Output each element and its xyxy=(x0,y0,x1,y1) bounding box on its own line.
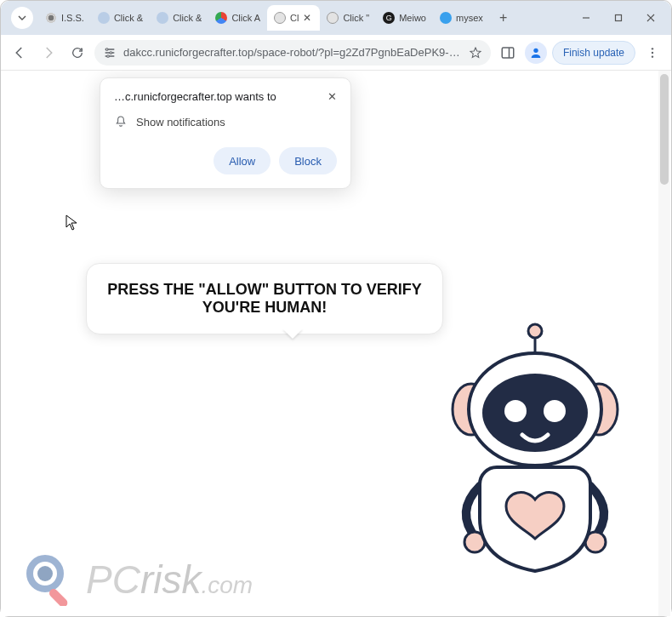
forward-button[interactable] xyxy=(37,41,60,65)
svg-rect-1 xyxy=(616,15,622,21)
svg-point-5 xyxy=(110,51,112,54)
back-button[interactable] xyxy=(8,41,31,65)
robot-illustration xyxy=(437,317,633,581)
favicon-icon: G xyxy=(383,12,395,24)
svg-point-20 xyxy=(544,400,566,422)
url-text: dakcc.runicforgecrafter.top/space-robot/… xyxy=(123,46,462,59)
tab-2[interactable]: Click & xyxy=(150,5,208,31)
favicon-icon xyxy=(440,12,452,24)
svg-rect-25 xyxy=(48,587,69,606)
profile-avatar[interactable] xyxy=(525,42,547,64)
tab-3[interactable]: Click A xyxy=(208,5,267,31)
svg-point-10 xyxy=(652,48,653,49)
tab-label: I.S.S. xyxy=(61,13,84,23)
brand-pc: PC xyxy=(86,557,140,602)
svg-point-6 xyxy=(107,54,110,57)
browser-window: I.S.S. Click & Click & Click A Cl ✕ Clic… xyxy=(0,0,672,617)
block-button[interactable]: Block xyxy=(279,147,337,174)
magnifier-icon xyxy=(25,553,77,606)
svg-point-19 xyxy=(504,400,527,422)
cursor-icon xyxy=(65,214,79,231)
notification-permission-dialog: …c.runicforgecrafter.top wants to ✕ Show… xyxy=(100,77,351,189)
tab-label: Click & xyxy=(173,13,202,23)
close-window-button[interactable] xyxy=(635,6,666,30)
tab-7[interactable]: mysex xyxy=(433,5,490,31)
favicon-icon xyxy=(45,12,57,24)
toolbar: dakcc.runicforgecrafter.top/space-robot/… xyxy=(1,35,671,71)
site-info-icon[interactable] xyxy=(103,46,117,60)
svg-point-13 xyxy=(528,324,542,338)
tab-5[interactable]: Click " xyxy=(320,5,376,31)
svg-point-4 xyxy=(105,48,108,50)
finish-update-button[interactable]: Finish update xyxy=(552,41,635,65)
notification-close-icon[interactable]: ✕ xyxy=(327,90,337,103)
tab-4-active[interactable]: Cl ✕ xyxy=(267,5,320,31)
page-viewport: …c.runicforgecrafter.top wants to ✕ Show… xyxy=(1,71,671,616)
tab-1[interactable]: Click & xyxy=(91,5,150,31)
favicon-icon xyxy=(274,12,286,24)
vertical-scrollbar[interactable] xyxy=(658,71,670,616)
favicon-icon xyxy=(98,12,110,24)
brand-risk: risk xyxy=(140,557,202,602)
notification-line-text: Show notifications xyxy=(136,116,225,129)
minimize-button[interactable] xyxy=(571,6,601,30)
tab-label: Cl xyxy=(290,13,299,23)
side-panel-icon[interactable] xyxy=(496,41,520,65)
tab-0[interactable]: I.S.S. xyxy=(38,5,91,31)
window-controls xyxy=(571,1,666,35)
svg-point-24 xyxy=(37,566,53,581)
reload-button[interactable] xyxy=(65,41,89,65)
tab-label: Click " xyxy=(343,13,369,23)
watermark-text: PCrisk.com xyxy=(86,557,253,603)
tab-label: Click & xyxy=(114,13,143,23)
maximize-button[interactable] xyxy=(603,6,634,30)
svg-point-11 xyxy=(652,51,653,53)
bell-icon xyxy=(114,115,128,129)
tab-label: Meiwo xyxy=(399,13,426,23)
tab-strip: I.S.S. Click & Click & Click A Cl ✕ Clic… xyxy=(1,1,671,35)
notification-origin-text: …c.runicforgecrafter.top wants to xyxy=(114,90,276,103)
favicon-icon xyxy=(327,12,339,24)
favicon-icon xyxy=(157,12,168,24)
address-bar[interactable]: dakcc.runicforgecrafter.top/space-robot/… xyxy=(94,40,491,66)
chrome-menu-icon[interactable] xyxy=(641,41,664,65)
bookmark-star-icon[interactable] xyxy=(469,46,482,60)
svg-point-9 xyxy=(533,48,538,52)
tab-search-dropdown[interactable] xyxy=(11,7,33,29)
bubble-text: PRESS THE "ALLOW" BUTTON TO VERIFY YOU'R… xyxy=(107,281,421,316)
scrollbar-thumb[interactable] xyxy=(660,74,669,185)
tab-6[interactable]: G Meiwo xyxy=(376,5,433,31)
tab-label: Click A xyxy=(231,13,260,23)
favicon-icon xyxy=(215,12,227,24)
allow-button[interactable]: Allow xyxy=(214,147,271,174)
pcrisk-watermark: PCrisk.com xyxy=(25,553,253,606)
svg-point-12 xyxy=(652,55,653,57)
tab-close-icon[interactable]: ✕ xyxy=(303,12,313,24)
verify-human-bubble: PRESS THE "ALLOW" BUTTON TO VERIFY YOU'R… xyxy=(86,263,443,334)
svg-rect-7 xyxy=(502,48,514,58)
brand-tld: .com xyxy=(201,572,253,598)
tab-label: mysex xyxy=(456,13,483,23)
new-tab-button[interactable]: + xyxy=(493,8,514,28)
